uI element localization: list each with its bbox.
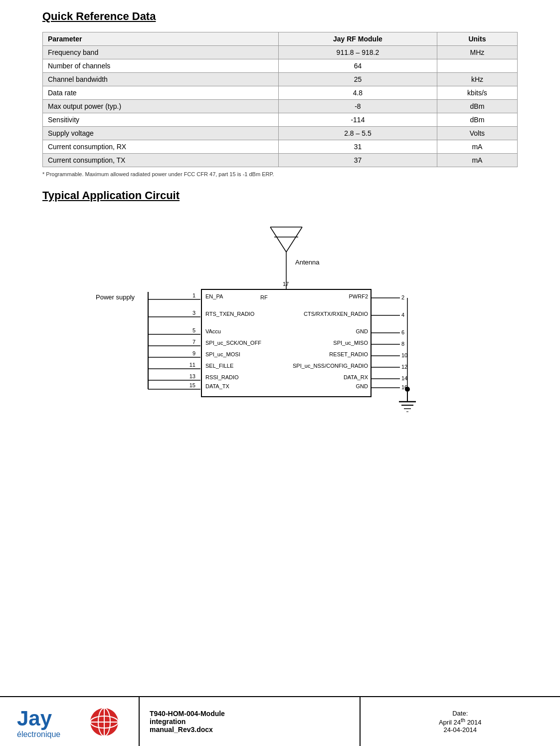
svg-text:DATA_RX: DATA_RX: [343, 374, 368, 380]
svg-text:14: 14: [401, 375, 407, 381]
table-row: Current consumption, RX31mA: [43, 140, 518, 154]
table-cell: Data rate: [43, 86, 279, 100]
svg-text:GND: GND: [356, 328, 368, 334]
footer-document: T940-HOM-004-Module integration manual_R…: [140, 697, 361, 746]
table-row: Current consumption, TX37mA: [43, 154, 518, 167]
svg-point-52: [405, 387, 410, 392]
table-cell: MHz: [437, 46, 517, 59]
svg-text:13: 13: [189, 373, 195, 379]
doc-line-1: T940-HOM-004-Module: [150, 710, 350, 718]
svg-line-62: [270, 227, 286, 252]
svg-text:10: 10: [401, 352, 407, 358]
table-cell: Channel bandwidth: [43, 73, 279, 86]
table-cell: -8: [278, 100, 437, 113]
table-cell: -114: [278, 113, 437, 127]
table-cell: Frequency band: [43, 46, 279, 59]
table-cell: Number of channels: [43, 59, 279, 73]
svg-text:SPI_uc_NSS/CONFIG_RADIO: SPI_uc_NSS/CONFIG_RADIO: [293, 363, 368, 369]
table-cell: 911.8 – 918.2: [278, 46, 437, 59]
table-cell: 31: [278, 140, 437, 154]
svg-line-63: [286, 227, 302, 252]
doc-line-3: manual_Rev3.docx: [150, 726, 350, 734]
table-cell: [437, 59, 517, 73]
date-value: April 24th 2014: [439, 717, 482, 726]
svg-text:12: 12: [401, 364, 407, 370]
svg-text:9: 9: [192, 350, 195, 356]
svg-text:4: 4: [401, 312, 404, 318]
date-numeric: 24-04-2014: [444, 726, 477, 734]
col-header-units: Units: [437, 32, 517, 46]
svg-text:5: 5: [192, 327, 195, 333]
table-cell: 4.8: [278, 86, 437, 100]
svg-text:RF: RF: [260, 294, 268, 300]
svg-text:RSSI_RADIO: RSSI_RADIO: [205, 374, 239, 380]
svg-text:6: 6: [401, 329, 404, 335]
reference-table: Parameter Jay RF Module Units Frequency …: [42, 32, 518, 167]
svg-text:SPI_uc_MOSI: SPI_uc_MOSI: [205, 351, 240, 357]
table-cell: 64: [278, 59, 437, 73]
svg-text:SPI_uc_SCK/ON_OFF: SPI_uc_SCK/ON_OFF: [205, 340, 261, 346]
svg-text:SEL_FILLE: SEL_FILLE: [205, 363, 233, 369]
svg-text:VAccu: VAccu: [205, 328, 221, 334]
svg-text:3: 3: [192, 310, 195, 316]
table-cell: Current consumption, TX: [43, 154, 279, 167]
svg-text:15: 15: [189, 382, 195, 388]
svg-text:électronique: électronique: [17, 730, 60, 739]
svg-text:PWRF2: PWRF2: [349, 293, 368, 299]
company-logo: Jay électronique: [12, 703, 127, 741]
svg-text:RESET_RADIO: RESET_RADIO: [329, 351, 368, 357]
table-cell: Supply voltage: [43, 127, 279, 140]
footer-date: Date: April 24th 2014 24-04-2014: [361, 697, 560, 746]
table-cell: dBm: [437, 113, 517, 127]
svg-text:CTS/RXTX/RXEN_RADIO: CTS/RXTX/RXEN_RADIO: [304, 311, 368, 317]
table-row: Number of channels64: [43, 59, 518, 73]
table-cell: mA: [437, 140, 517, 154]
table-cell: 37: [278, 154, 437, 167]
footnote: * Programmable. Maximum allowed radiated…: [42, 171, 518, 177]
table-cell: Volts: [437, 127, 517, 140]
svg-text:11: 11: [189, 362, 195, 368]
table-cell: kbits/s: [437, 86, 517, 100]
doc-line-2: integration: [150, 718, 350, 726]
page-title: Quick Reference Data: [42, 10, 518, 23]
svg-text:1: 1: [192, 292, 195, 298]
col-header-parameter: Parameter: [43, 32, 279, 46]
table-row: Sensitivity-114dBm: [43, 113, 518, 127]
svg-text:7: 7: [192, 339, 195, 345]
circuit-title: Typical Application Circuit: [42, 189, 518, 202]
footer-logo: Jay électronique: [0, 697, 140, 746]
table-cell: Current consumption, RX: [43, 140, 279, 154]
date-label: Date:: [452, 710, 468, 717]
svg-text:SPI_uc_MISO: SPI_uc_MISO: [333, 340, 368, 346]
circuit-diagram: Power supply 1 3 5 7 9: [91, 212, 470, 427]
svg-text:Jay: Jay: [17, 707, 52, 730]
table-cell: Max output power (typ.): [43, 100, 279, 113]
svg-text:8: 8: [401, 341, 404, 347]
table-row: Channel bandwidth25kHz: [43, 73, 518, 86]
svg-text:RTS_TXEN_RADIO: RTS_TXEN_RADIO: [205, 311, 255, 317]
table-row: Supply voltage2.8 – 5.5Volts: [43, 127, 518, 140]
table-row: Max output power (typ.)-8dBm: [43, 100, 518, 113]
svg-text:2: 2: [401, 294, 404, 300]
table-cell: Sensitivity: [43, 113, 279, 127]
svg-text:EN_PA: EN_PA: [205, 293, 223, 299]
table-row: Frequency band911.8 – 918.2MHz: [43, 46, 518, 59]
table-cell: 2.8 – 5.5: [278, 127, 437, 140]
svg-text:17: 17: [283, 281, 289, 287]
table-row: Data rate4.8kbits/s: [43, 86, 518, 100]
svg-text:Antenna: Antenna: [295, 258, 320, 266]
table-cell: 25: [278, 73, 437, 86]
table-cell: dBm: [437, 100, 517, 113]
power-supply-label: Power supply: [96, 293, 135, 301]
svg-text:GND: GND: [356, 383, 368, 389]
table-cell: mA: [437, 154, 517, 167]
col-header-module: Jay RF Module: [278, 32, 437, 46]
svg-text:DATA_TX: DATA_TX: [205, 383, 230, 389]
table-cell: kHz: [437, 73, 517, 86]
